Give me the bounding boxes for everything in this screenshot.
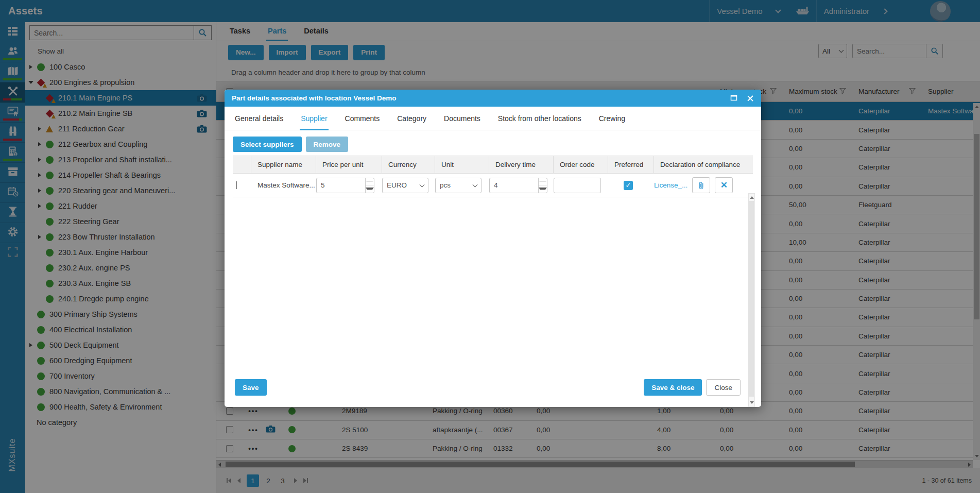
spinner[interactable] [365, 178, 374, 193]
scroll-up-icon[interactable] [750, 196, 754, 199]
select-suppliers-button[interactable]: Select suppliers [233, 137, 302, 152]
supplier-table-header: Supplier name Price per unit Currency Un… [233, 156, 753, 174]
save-and-close-button[interactable]: Save & close [644, 379, 702, 396]
dialog-tab[interactable]: Category [396, 114, 427, 130]
compliance-document-link[interactable]: License_... [654, 181, 687, 189]
column-header-preferred: Preferred [608, 156, 654, 173]
column-header-supplier-name: Supplier name [251, 156, 316, 173]
price-per-unit-field [316, 178, 374, 193]
save-button[interactable]: Save [235, 379, 267, 396]
column-header-order-code: Order code [554, 156, 608, 173]
chevron-down-icon [473, 182, 478, 187]
preferred-checkbox[interactable] [624, 181, 633, 190]
dialog-tab[interactable]: Supplier [300, 114, 328, 130]
column-header-delivery-time: Delivery time [489, 156, 554, 173]
part-details-dialog: Part details associated with location Ve… [225, 90, 761, 407]
attach-button[interactable] [692, 177, 710, 193]
dialog-tab[interactable]: Stock from other locations [497, 114, 582, 130]
dialog-titlebar: Part details associated with location Ve… [225, 90, 761, 107]
spinner[interactable] [538, 178, 547, 193]
currency-select[interactable]: EURO [382, 178, 428, 193]
supplier-tab-panel: Select suppliers Remove Supplier name Pr… [225, 130, 761, 197]
delivery-time-input[interactable] [490, 181, 538, 189]
unit-select[interactable]: pcs [435, 178, 482, 193]
close-icon[interactable] [747, 95, 754, 102]
dialog-tab[interactable]: General details [234, 114, 284, 130]
delete-supplier-button[interactable]: ✕ [715, 177, 733, 193]
column-header-unit: Unit [435, 156, 489, 173]
dialog-tabs: General detailsSupplierCommentsCategoryD… [225, 107, 761, 130]
chevron-down-icon [420, 182, 425, 187]
row-checkbox[interactable] [236, 181, 237, 189]
remove-button[interactable]: Remove [306, 137, 349, 152]
supplier-name: Mastex Software... [251, 181, 316, 189]
maximize-icon[interactable] [730, 94, 737, 103]
dialog-tab[interactable]: Documents [443, 114, 482, 130]
price-input[interactable] [317, 181, 365, 189]
dialog-title: Part details associated with location Ve… [232, 94, 397, 102]
dialog-tab[interactable]: Comments [344, 114, 381, 130]
close-button[interactable]: Close [706, 379, 741, 396]
column-header-currency: Currency [382, 156, 435, 173]
delivery-time-field [489, 178, 547, 193]
column-header-price-per-unit: Price per unit [316, 156, 382, 173]
order-code-input[interactable] [554, 181, 600, 189]
dialog-footer: Save Save & close Close [225, 375, 761, 407]
dialog-tab[interactable]: Crewing [598, 114, 626, 130]
order-code-field [554, 178, 601, 193]
mxsuite-app: Assets Vessel Demo Administrator [0, 0, 980, 493]
supplier-row: Mastex Software... EURO pcs [233, 174, 753, 197]
column-header-declaration: Declaration of compliance [654, 156, 743, 173]
